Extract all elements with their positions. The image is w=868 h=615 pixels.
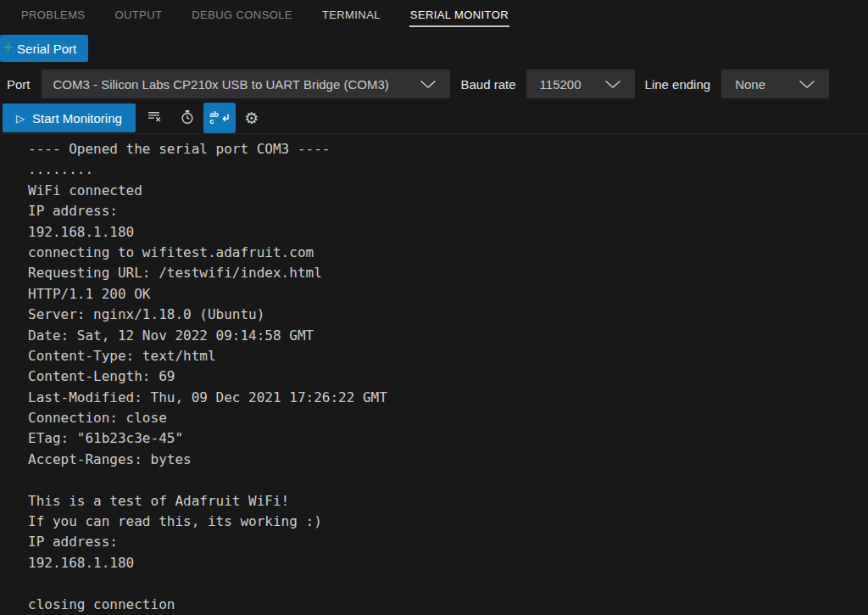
terminal-line: WiFi connected [28,181,868,201]
line-ending-label: Line ending [645,77,711,92]
port-label: Port [7,77,31,92]
chevron-down-icon [604,77,621,92]
plus-icon: + [3,40,13,55]
terminal-line: connecting to wifitest.adafruit.com [28,243,868,263]
start-monitoring-label: Start Monitoring [32,111,122,126]
terminal-line: IP address: [28,532,868,552]
timestamp-toggle-button[interactable] [175,103,200,132]
terminal-line: Content-Length: 69 [28,366,868,387]
terminal-line: Date: Sat, 12 Nov 2022 09:14:58 GMT [28,326,868,346]
serial-port-button-row: + Serial Port [0,35,868,62]
tab-output[interactable]: OUTPUT [114,0,163,27]
terminal-line: Connection: close [28,408,868,428]
serial-monitor-panel: PROBLEMS OUTPUT DEBUG CONSOLE TERMINAL S… [0,0,868,584]
terminal-line: Requesting URL: /testwifi/index.html [28,263,868,283]
line-ending-dropdown[interactable]: None [721,70,829,98]
terminal-line: Server: nginx/1.18.0 (Ubuntu) [28,305,868,325]
terminal-line: HTTP/1.1 200 OK [28,284,868,305]
baud-rate-dropdown[interactable]: 115200 [526,70,635,98]
baud-rate-label: Baud rate [461,77,516,92]
terminal-line: ---- Opened the serial port COM3 ---- [28,139,868,159]
start-monitoring-button[interactable]: ▷ Start Monitoring [3,103,136,132]
watch-icon [180,109,195,127]
terminal-line: Last-Modified: Thu, 09 Dec 2021 17:26:22… [28,388,868,408]
clear-all-icon [147,109,162,126]
tab-problems[interactable]: PROBLEMS [20,0,86,27]
tab-debug-console[interactable]: DEBUG CONSOLE [191,0,293,27]
terminal-line: Content-Type: text/html [28,346,868,366]
clear-output-button[interactable] [142,103,168,132]
terminal-line [28,470,868,490]
panel-tabbar: PROBLEMS OUTPUT DEBUG CONSOLE TERMINAL S… [0,0,868,32]
terminal-line [28,573,868,594]
terminal-line: This is a test of Adafruit WiFi! [28,491,868,512]
terminal-line: If you can read this, its working :) [28,512,868,532]
serial-port-button-label: Serial Port [17,42,76,56]
connection-controls-row: Port COM3 - Silicon Labs CP210x USB to U… [0,70,868,98]
baud-rate-value: 115200 [540,77,581,92]
tab-serial-monitor[interactable]: SERIAL MONITOR [409,0,509,27]
text-mode-toggle-button[interactable]: ab c [203,103,236,133]
terminal-line: Accept-Ranges: bytes [28,450,868,470]
chevron-down-icon [798,77,815,92]
monitor-toolbar: ▷ Start Monitoring [0,103,868,133]
play-icon: ▷ [16,113,25,124]
terminal-line: IP address: [28,201,868,221]
terminal-line: 192.168.1.180 [28,222,868,243]
settings-button[interactable]: ⚙ [239,103,264,132]
tab-terminal[interactable]: TERMINAL [321,0,381,27]
port-dropdown[interactable]: COM3 - Silicon Labs CP210x USB to UART B… [42,70,450,98]
port-dropdown-value: COM3 - Silicon Labs CP210x USB to UART B… [53,77,389,92]
terminal-line: 192.168.1.180 [28,553,868,573]
terminal-line: ........ [28,159,868,180]
terminal-output[interactable]: ---- Opened the serial port COM3 ---- ..… [0,133,868,584]
terminal-line: ETag: "61b23c3e-45" [28,428,868,449]
add-serial-port-button[interactable]: + Serial Port [0,35,88,62]
line-ending-value: None [735,77,765,92]
chevron-down-icon [420,77,437,92]
gear-icon: ⚙ [244,110,259,126]
word-wrap-icon: ab c [209,111,230,125]
terminal-line: closing connection [28,595,868,615]
